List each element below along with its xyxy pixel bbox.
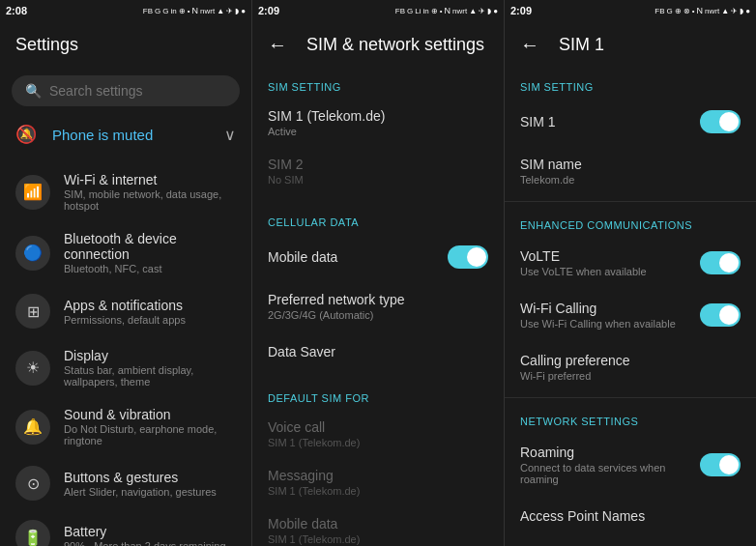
back-arrow-3[interactable]: ← bbox=[520, 34, 539, 56]
preferred-network-subtitle: 2G/3G/4G (Automatic) bbox=[268, 309, 488, 321]
bluetooth-content: Bluetooth & device connection Bluetooth,… bbox=[64, 231, 236, 274]
preferred-network-content: Preferred network type 2G/3G/4G (Automat… bbox=[268, 292, 488, 321]
sidebar-item-sound[interactable]: 🔔 Sound & vibration Do Not Disturb, earp… bbox=[0, 397, 251, 456]
status-icons-2: FB G Li in ⊕ • N nwrt ▲ ✈ ◗ ● bbox=[395, 6, 498, 15]
network-operators-row[interactable]: Network operators Choose a network opera… bbox=[505, 535, 756, 546]
calling-pref-title: Calling preference bbox=[520, 353, 741, 368]
sidebar-item-battery[interactable]: 🔋 Battery 90% · More than 2 days remaini… bbox=[0, 510, 251, 546]
roaming-subtitle: Connect to data services when roaming bbox=[520, 462, 700, 485]
wifi-calling-subtitle: Use Wi-Fi Calling when available bbox=[520, 318, 700, 330]
sim-name-row[interactable]: SIM name Telekom.de bbox=[505, 145, 756, 197]
buttons-icon: ⊙ bbox=[15, 466, 50, 501]
muted-label: Phone is muted bbox=[52, 127, 224, 143]
sim1-row-title: SIM 1 bbox=[520, 114, 700, 129]
voice-call-subtitle: SIM 1 (Telekom.de) bbox=[268, 437, 488, 448]
volte-title: VoLTE bbox=[520, 248, 700, 264]
time-1: 2:08 bbox=[6, 5, 27, 16]
wifi-content: Wi-Fi & internet SIM, mobile network, da… bbox=[64, 172, 236, 212]
status-bar-3: 2:09 FB G ⊕ ⊗ • N nwrt ▲ ✈ ◗ ● bbox=[505, 0, 756, 21]
sound-subtitle: Do Not Disturb, earphone mode, ringtone bbox=[64, 423, 236, 446]
roaming-toggle[interactable] bbox=[700, 453, 741, 476]
sound-title: Sound & vibration bbox=[64, 407, 236, 422]
chevron-down-icon: ∨ bbox=[224, 126, 236, 144]
sim2-title: SIM 2 bbox=[268, 157, 488, 172]
search-bar[interactable]: 🔍 bbox=[12, 75, 240, 106]
volte-row[interactable]: VoLTE Use VoLTE when available bbox=[505, 237, 756, 289]
display-subtitle: Status bar, ambient display, wallpapers,… bbox=[64, 364, 236, 388]
mute-icon: 🔕 bbox=[15, 124, 37, 145]
buttons-subtitle: Alert Slider, navigation, gestures bbox=[64, 486, 236, 498]
settings-panel: 2:08 FB G G in ⊕ • N nwrt ▲ ✈ ◗ ● Settin… bbox=[0, 0, 252, 546]
preferred-network-row[interactable]: Preferred network type 2G/3G/4G (Automat… bbox=[252, 280, 504, 332]
apn-content: Access Point Names bbox=[520, 508, 741, 524]
display-icon: ☀ bbox=[15, 351, 50, 386]
status-bar-2: 2:09 FB G Li in ⊕ • N nwrt ▲ ✈ ◗ ● bbox=[252, 0, 504, 21]
messaging-subtitle: SIM 1 (Telekom.de) bbox=[268, 485, 488, 497]
calling-pref-content: Calling preference Wi-Fi preferred bbox=[520, 353, 741, 382]
calling-pref-row[interactable]: Calling preference Wi-Fi preferred bbox=[505, 341, 756, 393]
apn-title: Access Point Names bbox=[520, 508, 741, 524]
sim1-panel-title: SIM 1 bbox=[559, 35, 604, 55]
sim-name-content: SIM name Telekom.de bbox=[520, 157, 741, 186]
battery-title: Battery bbox=[64, 524, 236, 539]
apps-title: Apps & notifications bbox=[64, 298, 236, 313]
data-saver-row[interactable]: Data Saver bbox=[252, 332, 504, 371]
back-arrow-2[interactable]: ← bbox=[268, 34, 287, 56]
wifi-icon: 📶 bbox=[15, 175, 50, 210]
status-icons-1: FB G G in ⊕ • N nwrt ▲ ✈ ◗ ● bbox=[143, 6, 246, 15]
sim1-content: SIM SETTING SIM 1 SIM name Telekom.de EN… bbox=[505, 68, 756, 546]
divider-4 bbox=[505, 201, 756, 202]
network-settings-label: NETWORK SETTINGS bbox=[505, 402, 756, 433]
sim-network-panel: 2:09 FB G Li in ⊕ • N nwrt ▲ ✈ ◗ ● ← SIM… bbox=[252, 0, 505, 546]
voice-call-row[interactable]: Voice call SIM 1 (Telekom.de) bbox=[252, 410, 504, 458]
sim1-panel: 2:09 FB G ⊕ ⊗ • N nwrt ▲ ✈ ◗ ● ← SIM 1 S… bbox=[505, 0, 756, 546]
preferred-network-title: Preferred network type bbox=[268, 292, 488, 307]
sim1-toggle-row[interactable]: SIM 1 bbox=[505, 99, 756, 145]
sidebar-item-display[interactable]: ☀ Display Status bar, ambient display, w… bbox=[0, 338, 251, 397]
sim1-header: ← SIM 1 bbox=[505, 21, 756, 68]
muted-banner[interactable]: 🔕 Phone is muted ∨ bbox=[0, 114, 251, 155]
sidebar-item-bluetooth[interactable]: 🔵 Bluetooth & device connection Bluetoot… bbox=[0, 221, 251, 284]
volte-toggle[interactable] bbox=[700, 251, 741, 274]
sim1-toggle[interactable] bbox=[700, 110, 741, 133]
display-title: Display bbox=[64, 348, 236, 363]
battery-content: Battery 90% · More than 2 days remaining bbox=[64, 524, 236, 547]
sidebar-item-wifi[interactable]: 📶 Wi-Fi & internet SIM, mobile network, … bbox=[0, 162, 251, 221]
roaming-row[interactable]: Roaming Connect to data services when ro… bbox=[505, 433, 756, 497]
wifi-title: Wi-Fi & internet bbox=[64, 172, 236, 187]
sidebar-item-apps[interactable]: ⊞ Apps & notifications Permissions, defa… bbox=[0, 284, 251, 338]
status-icons-3: FB G ⊕ ⊗ • N nwrt ▲ ✈ ◗ ● bbox=[654, 6, 750, 15]
sidebar-item-buttons[interactable]: ⊙ Buttons & gestures Alert Slider, navig… bbox=[0, 456, 251, 510]
enhanced-comms-label: ENHANCED COMMUNICATIONS bbox=[505, 206, 756, 237]
voice-call-title: Voice call bbox=[268, 419, 488, 435]
mobile-data-sim-row[interactable]: Mobile data SIM 1 (Telekom.de) bbox=[252, 506, 504, 546]
volte-content: VoLTE Use VoLTE when available bbox=[520, 248, 700, 277]
wifi-calling-row[interactable]: Wi-Fi Calling Use Wi-Fi Calling when ava… bbox=[505, 289, 756, 341]
sim2-item[interactable]: SIM 2 No SIM bbox=[252, 147, 504, 195]
sim-network-header: ← SIM & network settings bbox=[252, 21, 504, 68]
calling-pref-subtitle: Wi-Fi preferred bbox=[520, 370, 741, 382]
bluetooth-title: Bluetooth & device connection bbox=[64, 231, 236, 262]
wifi-calling-toggle[interactable] bbox=[700, 303, 741, 327]
search-input[interactable] bbox=[49, 83, 226, 99]
sound-icon: 🔔 bbox=[15, 410, 50, 445]
time-2: 2:09 bbox=[258, 5, 279, 16]
apn-row[interactable]: Access Point Names bbox=[505, 497, 756, 535]
messaging-row[interactable]: Messaging SIM 1 (Telekom.de) bbox=[252, 458, 504, 506]
mobile-data-row[interactable]: Mobile data bbox=[252, 234, 504, 280]
mobile-data-title: Mobile data bbox=[268, 249, 448, 265]
default-sim-label: DEFAULT SIM FOR bbox=[252, 379, 504, 410]
sim-network-title: SIM & network settings bbox=[306, 35, 484, 55]
mobile-data-content: Mobile data bbox=[268, 249, 448, 265]
wifi-calling-title: Wi-Fi Calling bbox=[520, 301, 700, 316]
messaging-title: Messaging bbox=[268, 468, 488, 483]
mobile-data-toggle[interactable] bbox=[448, 245, 488, 269]
buttons-title: Buttons & gestures bbox=[64, 470, 236, 485]
apps-subtitle: Permissions, default apps bbox=[64, 314, 236, 326]
cellular-data-label: CELLULAR DATA bbox=[252, 203, 504, 234]
data-saver-title: Data Saver bbox=[268, 344, 488, 359]
sim1-item[interactable]: SIM 1 (Telekom.de) Active bbox=[252, 99, 504, 147]
battery-subtitle: 90% · More than 2 days remaining bbox=[64, 540, 236, 547]
divider-5 bbox=[505, 397, 756, 398]
wifi-subtitle: SIM, mobile network, data usage, hotspot bbox=[64, 188, 236, 212]
